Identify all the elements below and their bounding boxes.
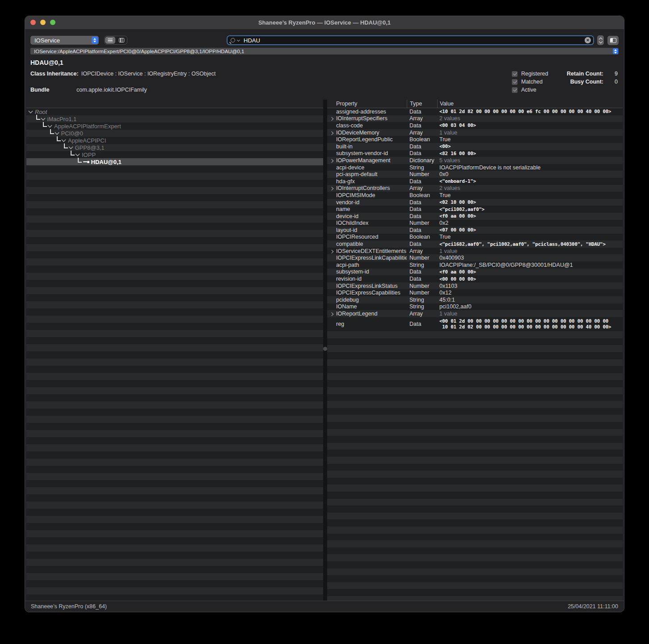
active-checkbox[interactable] xyxy=(512,87,518,93)
history-stepper[interactable] xyxy=(597,35,604,45)
tree-item-appleacpiplatformexpert[interactable]: AppleACPIPlatformExpert xyxy=(26,122,323,130)
property-row-IOChildIndex[interactable]: IOChildIndexNumber0x2 xyxy=(327,220,623,227)
property-row-subsystem-id[interactable]: subsystem-idData<f0 aa 00 00> xyxy=(327,269,623,276)
property-row-IOName[interactable]: IONameStringpci1002,aaf0 xyxy=(327,303,623,311)
property-row-IOReportLegend[interactable]: IOReportLegendArray1 value xyxy=(327,310,623,317)
property-value: True xyxy=(437,136,623,143)
property-row-vendor-id[interactable]: vendor-idData<02 10 00 00> xyxy=(327,199,623,206)
property-row-compatible[interactable]: compatibleData<"pci1682,aaf0", "pci1002,… xyxy=(327,240,623,248)
property-row-IOServiceDEXTEntitlements[interactable]: IOServiceDEXTEntitlementsArray1 value xyxy=(327,248,623,255)
registry-path-bar[interactable]: IOService:/AppleACPIPlatformExpert/PCI0@… xyxy=(30,48,619,55)
property-row-hda-gfx[interactable]: hda-gfxData<"onboard-1"> xyxy=(327,178,623,185)
chevron-down-icon[interactable] xyxy=(76,152,80,156)
property-type: Boolean xyxy=(407,234,437,240)
property-type: Array xyxy=(407,130,437,136)
zoom-button[interactable] xyxy=(50,20,55,25)
pane-splitter[interactable] xyxy=(323,100,327,601)
property-row-subsystem-vendor-id[interactable]: subsystem-vendor-idData<82 16 00 00> xyxy=(327,150,623,157)
property-type: Array xyxy=(407,248,437,254)
property-row-IODeviceMemory[interactable]: IODeviceMemoryArray1 value xyxy=(327,129,623,136)
chevron-down-icon[interactable] xyxy=(62,138,66,142)
properties-pane: Property Type Value assigned-addressesDa… xyxy=(327,100,623,601)
close-button[interactable] xyxy=(30,20,36,25)
splitter-handle-icon[interactable] xyxy=(323,347,327,351)
chevron-right-icon[interactable] xyxy=(330,187,333,190)
property-row-acpi-device[interactable]: acpi-deviceStringIOACPIPlatformDevice is… xyxy=(327,164,623,171)
property-value: 5 values xyxy=(437,157,623,164)
chevron-right-icon[interactable] xyxy=(330,249,333,253)
property-row-IOInterruptSpecifiers[interactable]: IOInterruptSpecifiersArray2 values xyxy=(327,115,623,122)
property-type: Data xyxy=(407,213,437,219)
property-type: Boolean xyxy=(407,136,437,143)
property-row-reg[interactable]: regData<00 01 2d 00 00 00 00 00 00 00 00… xyxy=(327,317,623,331)
type-column-header[interactable]: Type xyxy=(407,100,437,108)
property-row-IOPCIExpressLinkCapabilities[interactable]: IOPCIExpressLinkCapabilitiesNumber0x4009… xyxy=(327,254,623,261)
chevron-right-icon[interactable] xyxy=(330,117,333,121)
property-row-IOReportLegendPublic[interactable]: IOReportLegendPublicBooleanTrue xyxy=(327,136,623,143)
list-view-segment[interactable] xyxy=(105,37,115,44)
property-row-IOPCIExpressCapabilities[interactable]: IOPCIExpressCapabilitiesNumber0x12 xyxy=(327,289,623,296)
column-view-segment[interactable] xyxy=(116,37,126,44)
property-name: vendor-id xyxy=(327,199,407,206)
registry-path: IOService:/AppleACPIPlatformExpert/PCI0@… xyxy=(30,49,613,54)
search-input[interactable] xyxy=(243,37,585,44)
tree-item-root[interactable]: Root xyxy=(26,108,323,115)
property-row-pci-aspm-default[interactable]: pci-aspm-defaultNumber0x0 xyxy=(327,171,623,178)
inspector-toggle-button[interactable] xyxy=(607,36,619,45)
tree-item-pci0-0[interactable]: PCI0@0 xyxy=(26,130,323,137)
chevron-right-icon[interactable] xyxy=(330,159,333,163)
tree-item-gpp8-3-1[interactable]: GPP8@3,1 xyxy=(26,144,323,151)
property-type: Data xyxy=(407,150,437,156)
value-column-header[interactable]: Value xyxy=(437,100,623,108)
property-row-IOPCIMSIMode[interactable]: IOPCIMSIModeBooleanTrue xyxy=(327,192,623,199)
tree-item-hdau-0-1[interactable]: HDAU@0,1 xyxy=(26,158,323,165)
registered-checkbox[interactable] xyxy=(512,71,518,77)
property-row-pcidebug[interactable]: pcidebugString45:0:1 xyxy=(327,296,623,303)
matched-checkbox[interactable] xyxy=(512,79,518,85)
property-row-layout-id[interactable]: layout-idData<07 00 00 00> xyxy=(327,227,623,234)
clear-search-icon[interactable]: ✕ xyxy=(585,37,591,43)
property-row-acpi-path[interactable]: acpi-pathStringIOACPIPlane:/_SB/PCI0@0/G… xyxy=(327,261,623,269)
property-value: 2 values xyxy=(437,185,623,191)
tree-item-appleacpipci[interactable]: AppleACPIPCI xyxy=(26,137,323,144)
chevron-down-icon[interactable] xyxy=(48,123,52,128)
chevron-right-icon[interactable] xyxy=(330,131,333,135)
chevron-down-icon[interactable] xyxy=(41,116,45,121)
property-row-class-code[interactable]: class-codeData<00 03 04 00> xyxy=(327,122,623,129)
tree-pane-header xyxy=(26,100,323,108)
property-name: IOInterruptSpecifiers xyxy=(327,115,407,122)
property-value: <"pci1682,aaf0", "pci1002,aaf0", "pcicla… xyxy=(437,241,623,247)
property-column-header[interactable]: Property xyxy=(327,101,407,107)
title-bar[interactable]: Shaneee’s RyzenPro — IOService — HDAU@0,… xyxy=(25,16,624,29)
property-row-IOPCIExpressLinkStatus[interactable]: IOPCIExpressLinkStatusNumber0x1103 xyxy=(327,282,623,290)
tree-item-iopp[interactable]: IOPP xyxy=(26,151,323,158)
search-field[interactable]: ✕ xyxy=(227,35,594,45)
property-value: 0x2 xyxy=(437,220,623,226)
property-row-IOInterruptControllers[interactable]: IOInterruptControllersArray2 values xyxy=(327,185,623,192)
window-title: Shaneee’s RyzenPro — IOService — HDAU@0,… xyxy=(258,19,391,26)
retain-count-value: 9 xyxy=(607,71,618,77)
chevron-down-icon[interactable] xyxy=(55,130,59,135)
minimize-button[interactable] xyxy=(40,20,46,25)
status-machine: Shaneee’s RyzenPro (x86_64) xyxy=(31,603,107,610)
tree-item-label: HDAU@0,1 xyxy=(91,159,122,165)
chevron-right-icon[interactable] xyxy=(330,312,333,316)
property-row-name[interactable]: nameData<"pci1002,aaf0"> xyxy=(327,206,623,213)
property-row-IOPCIResourced[interactable]: IOPCIResourcedBooleanTrue xyxy=(327,234,623,241)
search-menu-chevron-icon[interactable] xyxy=(237,38,240,41)
property-type: Number xyxy=(407,220,437,226)
property-row-built-in[interactable]: built-inData<00> xyxy=(327,143,623,150)
tree-item-imacpro1-1[interactable]: iMacPro1,1 xyxy=(26,115,323,122)
chevron-down-icon[interactable] xyxy=(68,145,73,149)
bundle-value: com.apple.iokit.IOPCIFamily xyxy=(76,87,147,93)
chevron-down-icon[interactable] xyxy=(29,109,33,114)
property-name: subsystem-vendor-id xyxy=(327,150,407,156)
property-row-device-id[interactable]: device-idData<f0 aa 00 00> xyxy=(327,213,623,220)
property-value: pci1002,aaf0 xyxy=(437,303,623,310)
property-row-revision-id[interactable]: revision-idData<00 00 00 00> xyxy=(327,275,623,282)
property-value: <07 00 00 00> xyxy=(437,227,623,233)
plane-popup-button[interactable]: IOService xyxy=(30,36,99,45)
property-row-assigned-addresses[interactable]: assigned-addressesData<10 01 2d 82 00 00… xyxy=(327,108,623,115)
property-row-IOPowerManagement[interactable]: IOPowerManagementDictionary5 values xyxy=(327,157,623,164)
property-value: <82 16 00 00> xyxy=(437,151,623,156)
